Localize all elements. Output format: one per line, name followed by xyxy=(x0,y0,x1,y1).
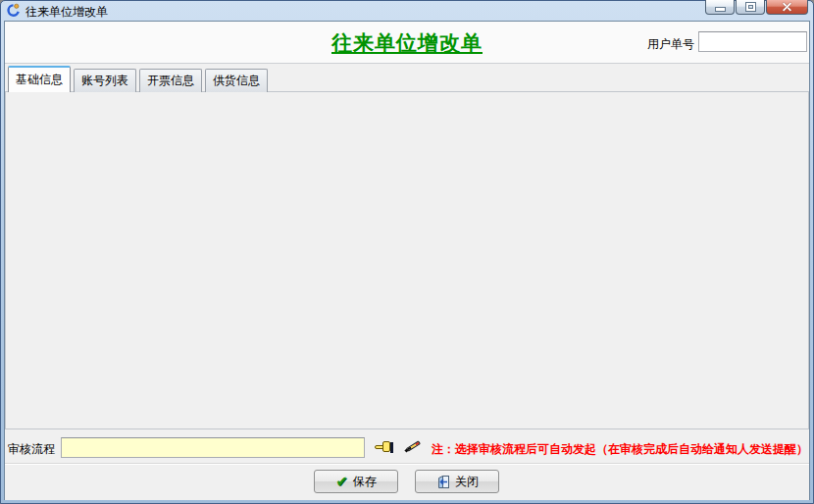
save-button-label: 保存 xyxy=(353,474,377,490)
tab-basic-info[interactable]: 基础信息 xyxy=(8,66,71,92)
close-icon xyxy=(782,2,792,13)
tab-label: 开票信息 xyxy=(147,73,194,89)
app-window: 往来单位增改单 往来单位增改单 用户单号 基础信息 账号列表 开票信息 供货信息… xyxy=(0,0,814,504)
maximize-button[interactable] xyxy=(736,0,765,15)
tab-account-list[interactable]: 账号列表 xyxy=(74,69,136,92)
tab-panel xyxy=(5,91,809,429)
tab-label: 基础信息 xyxy=(16,72,63,88)
tab-supply-info[interactable]: 供货信息 xyxy=(205,69,268,92)
lookup-hand-icon[interactable] xyxy=(375,440,393,454)
window-title: 往来单位增改单 xyxy=(25,4,108,21)
close-window-button[interactable] xyxy=(766,0,808,15)
tab-strip: 基础信息 账号列表 开票信息 供货信息 xyxy=(8,66,271,92)
sign-pen-icon[interactable] xyxy=(405,437,423,454)
minimize-button[interactable] xyxy=(705,0,735,15)
tab-label: 账号列表 xyxy=(81,73,128,89)
app-icon xyxy=(6,3,21,18)
save-button[interactable]: ✔ 保存 xyxy=(314,470,398,493)
door-icon xyxy=(435,475,450,489)
close-button[interactable]: 关闭 xyxy=(415,470,499,493)
check-icon: ✔ xyxy=(335,473,348,490)
minimize-icon xyxy=(716,8,725,11)
audit-flow-label: 审核流程 xyxy=(8,441,59,458)
user-no-label: 用户单号 xyxy=(588,36,694,53)
close-button-label: 关闭 xyxy=(455,474,479,490)
tab-label: 供货信息 xyxy=(213,73,260,89)
maximize-icon xyxy=(746,3,755,11)
user-no-input[interactable] xyxy=(698,31,807,52)
title-bar[interactable]: 往来单位增改单 xyxy=(2,2,812,21)
button-bar: ✔ 保存 关闭 xyxy=(5,463,809,500)
audit-note-text: 注：选择审核流程后可自动发起（在审核完成后自动给通知人发送提醒） xyxy=(432,441,808,458)
tab-invoice-info[interactable]: 开票信息 xyxy=(139,69,202,92)
audit-flow-input[interactable] xyxy=(61,437,365,458)
